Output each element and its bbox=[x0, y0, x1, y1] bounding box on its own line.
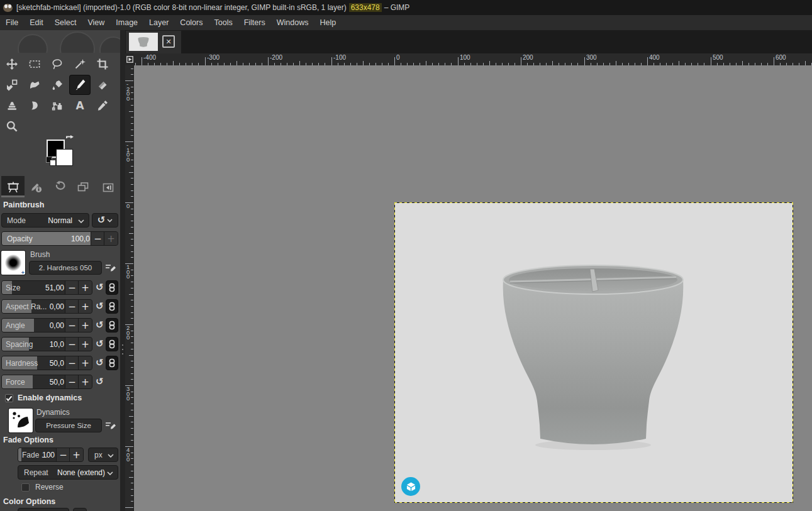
hardness-link-button[interactable] bbox=[106, 356, 118, 370]
spacing-reset-button[interactable]: ↺ bbox=[96, 339, 104, 349]
aspect-ratio-decrease-button[interactable]: − bbox=[65, 300, 79, 313]
text-tool[interactable]: A bbox=[70, 96, 90, 115]
opacity-increase-button[interactable]: + bbox=[104, 232, 118, 245]
dynamics-name: Pressure Size bbox=[46, 422, 91, 429]
menu-file[interactable]: File bbox=[0, 16, 24, 30]
fade-decrease-button[interactable]: − bbox=[56, 448, 70, 461]
background-color-swatch[interactable] bbox=[57, 150, 72, 165]
tab-undo-history[interactable] bbox=[48, 176, 71, 197]
reset-icon: ↺ bbox=[97, 216, 106, 225]
angle-decrease-button[interactable]: − bbox=[65, 319, 79, 332]
angle-slider[interactable]: Angle0,00−+ bbox=[1, 318, 92, 332]
hardness-slider[interactable]: Hardness50,0−+ bbox=[1, 356, 92, 370]
brush-preview[interactable]: + bbox=[1, 251, 25, 275]
vertical-ruler[interactable]: - 2 0 0- 1 0 001 0 02 0 03 0 04 0 0 bbox=[125, 65, 134, 511]
size-increase-button[interactable]: + bbox=[78, 281, 92, 294]
angle-increase-button[interactable]: + bbox=[78, 319, 92, 332]
spacing-link-button[interactable] bbox=[106, 337, 118, 351]
free-select-tool[interactable] bbox=[47, 55, 67, 74]
rectangle-select-tool[interactable] bbox=[25, 55, 45, 74]
fade-increase-button[interactable]: + bbox=[69, 448, 83, 461]
size-reset-button[interactable]: ↺ bbox=[96, 283, 104, 292]
ink-tool[interactable] bbox=[47, 96, 67, 115]
force-decrease-button[interactable]: − bbox=[65, 375, 79, 388]
mode-dropdown[interactable]: Mode Normal bbox=[1, 213, 89, 228]
canvas-viewport[interactable] bbox=[134, 65, 812, 511]
horizontal-ruler[interactable]: -400-300-200-1000100200300400500600 bbox=[134, 53, 812, 65]
color-options-partial-widget[interactable] bbox=[18, 508, 69, 511]
image-tab[interactable]: ✕ bbox=[126, 31, 181, 53]
fade-length-slider[interactable]: Fade ... 100 − + bbox=[18, 448, 84, 462]
gimp-window: [sketchfab-mickael] (imported)-1.0 (RGB … bbox=[0, 0, 812, 511]
clone-tool[interactable] bbox=[2, 96, 22, 115]
aspect-ratio-link-button[interactable] bbox=[106, 299, 118, 314]
enable-dynamics-checkbox[interactable] bbox=[5, 394, 13, 402]
force-slider[interactable]: Force50,0−+ bbox=[1, 375, 92, 389]
reverse-checkbox[interactable] bbox=[21, 483, 30, 492]
force-reset-button[interactable]: ↺ bbox=[96, 377, 104, 387]
crop-tool[interactable] bbox=[92, 55, 113, 74]
layer-boundary-right bbox=[793, 202, 793, 503]
menu-filters[interactable]: Filters bbox=[238, 16, 271, 30]
size-decrease-button[interactable]: − bbox=[65, 281, 79, 294]
panel-splitter[interactable] bbox=[120, 30, 125, 511]
tab-device-status[interactable] bbox=[25, 176, 48, 197]
canvas-image[interactable] bbox=[394, 202, 793, 503]
menu-tools[interactable]: Tools bbox=[208, 16, 238, 30]
aspect-ratio-reset-button[interactable]: ↺ bbox=[96, 302, 104, 311]
menu-edit[interactable]: Edit bbox=[24, 16, 49, 30]
dock-collapse-button[interactable] bbox=[99, 181, 117, 194]
ruler-corner-menu-button[interactable] bbox=[125, 53, 134, 65]
size-link-button[interactable] bbox=[106, 280, 118, 295]
tab-tool-options[interactable] bbox=[1, 176, 25, 197]
opacity-decrease-button[interactable]: − bbox=[91, 232, 104, 245]
menu-windows[interactable]: Windows bbox=[271, 16, 314, 30]
slider-row-spacing: Spacing10,0−+↺ bbox=[0, 337, 120, 351]
edit-dynamics-icon[interactable] bbox=[104, 420, 116, 434]
dynamics-preview[interactable] bbox=[9, 409, 33, 432]
opacity-slider[interactable]: Opacity 100,0 − + bbox=[1, 231, 118, 246]
edit-brush-icon[interactable] bbox=[104, 262, 116, 276]
swap-colors-icon[interactable] bbox=[65, 135, 75, 147]
menu-layer[interactable]: Layer bbox=[143, 16, 174, 30]
menu-select[interactable]: Select bbox=[49, 16, 82, 30]
fuzzy-select-tool[interactable] bbox=[70, 55, 90, 74]
force-increase-button[interactable]: + bbox=[78, 375, 92, 388]
aspect-ratio-slider[interactable]: Aspect Ra...0,00−+ bbox=[1, 299, 92, 314]
warp-transform-tool[interactable] bbox=[25, 75, 45, 94]
aspect-ratio-increase-button[interactable]: + bbox=[78, 300, 92, 313]
menu-colors[interactable]: Colors bbox=[174, 16, 208, 30]
fade-unit-dropdown[interactable]: px bbox=[88, 448, 118, 462]
bucket-fill-tool[interactable] bbox=[47, 75, 67, 94]
paintbrush-tool[interactable] bbox=[70, 75, 90, 94]
mode-reset-button[interactable]: ↺ bbox=[92, 213, 118, 228]
menu-view[interactable]: View bbox=[82, 16, 110, 30]
move-tool[interactable] bbox=[2, 55, 22, 74]
size-slider[interactable]: Size51,00−+ bbox=[1, 280, 92, 295]
menu-help[interactable]: Help bbox=[314, 16, 342, 30]
spacing-decrease-button[interactable]: − bbox=[65, 338, 79, 351]
default-colors-icon[interactable] bbox=[46, 157, 55, 165]
angle-reset-button[interactable]: ↺ bbox=[96, 321, 104, 330]
brush-name-field[interactable]: 2. Hardness 050 bbox=[29, 261, 102, 275]
repeat-dropdown[interactable]: Repeat None (extend) bbox=[18, 465, 118, 480]
slider-row-size: Size51,00−+↺ bbox=[0, 280, 120, 295]
spacing-increase-button[interactable]: + bbox=[78, 338, 92, 351]
hardness-reset-button[interactable]: ↺ bbox=[96, 358, 104, 368]
hardness-increase-button[interactable]: + bbox=[78, 356, 92, 370]
zoom-tool[interactable] bbox=[2, 117, 22, 136]
angle-link-button[interactable] bbox=[106, 318, 118, 332]
color-options-partial-button[interactable] bbox=[73, 508, 87, 511]
tab-images[interactable] bbox=[71, 176, 94, 197]
hardness-decrease-button[interactable]: − bbox=[65, 356, 79, 370]
smudge-tool[interactable] bbox=[25, 96, 45, 115]
planter-3d-render bbox=[495, 263, 690, 451]
menu-image[interactable]: Image bbox=[110, 16, 143, 30]
spacing-slider[interactable]: Spacing10,0−+ bbox=[1, 337, 92, 351]
eraser-tool[interactable] bbox=[92, 75, 113, 94]
brush-name: 2. Hardness 050 bbox=[39, 264, 92, 272]
close-image-icon[interactable]: ✕ bbox=[162, 35, 175, 48]
dynamics-name-field[interactable]: Pressure Size bbox=[35, 419, 102, 432]
transform-tool[interactable] bbox=[2, 75, 22, 94]
color-picker-tool[interactable] bbox=[92, 96, 113, 115]
